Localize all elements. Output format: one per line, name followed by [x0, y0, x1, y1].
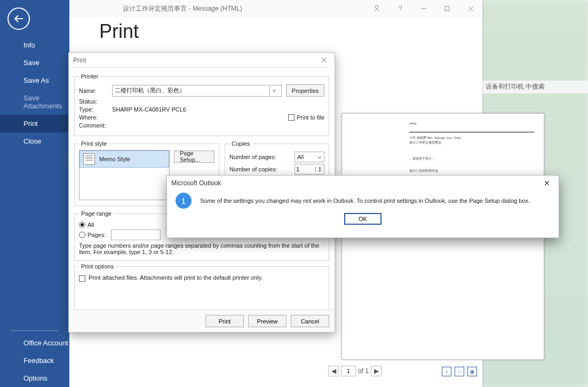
dialog-title: Print [73, 57, 86, 64]
sidebar-item-options[interactable]: Options [0, 369, 69, 387]
range-pages-label: Pages: [88, 232, 106, 238]
preview-line: yang [409, 121, 534, 125]
sidebar-item-feedback[interactable]: Feedback [0, 352, 69, 369]
range-pages-input[interactable] [111, 230, 161, 240]
dialog-close-icon[interactable] [317, 54, 330, 66]
messagebox-text: Some of the settings you changed may not… [200, 198, 530, 204]
sidebar-item-print[interactable]: Print [0, 115, 69, 132]
one-page-icon[interactable]: □ [455, 367, 464, 376]
page-range-legend: Page range [79, 210, 114, 217]
dialog-footer: Print Preview Cancel [69, 310, 335, 332]
actual-size-icon[interactable]: 1 [442, 367, 451, 376]
print-options-legend: Print options [79, 263, 116, 270]
type-label: Type: [79, 106, 112, 113]
memo-style-icon [83, 153, 95, 165]
cancel-button[interactable]: Cancel [291, 315, 329, 327]
messagebox-close-icon[interactable]: ✕ [539, 177, 554, 189]
multi-page-icon[interactable]: ▦ [467, 367, 477, 376]
page-setup-button[interactable]: Page Setup... [174, 151, 214, 163]
printer-group: Printer Name: 二楼打印机（黑白、彩色） Properties St… [74, 73, 329, 136]
print-button[interactable]: Print [205, 315, 244, 327]
num-copies-spinner[interactable]: ▲▼ [295, 164, 324, 175]
ok-button[interactable]: OK [344, 213, 382, 225]
backstage-sidebar: Info Save Save As Save Attachments Print… [0, 0, 69, 387]
back-button[interactable] [7, 7, 30, 30]
svg-rect-2 [445, 6, 449, 11]
print-to-file-checkbox[interactable] [288, 114, 295, 121]
preview-line: 设计工作的时间节点 [409, 169, 534, 173]
sidebar-item-save-as[interactable]: Save As [0, 72, 69, 89]
num-pages-value: All [297, 154, 304, 160]
preview-line: 小司 姐姐面 Mei, George; Luo, Vicky [409, 136, 534, 140]
sidebar-item-save-attachments[interactable]: Save Attachments [0, 89, 69, 115]
copies-legend: Copies [229, 140, 252, 147]
name-label: Name: [79, 88, 112, 94]
messagebox-title-bar: Microsoft Outlook ✕ [167, 176, 559, 191]
num-copies-input[interactable] [295, 166, 315, 172]
num-copies-label: Number of copies: [229, 166, 295, 172]
print-to-file-label: Print to file [297, 114, 324, 121]
print-options-group: Print options Print attached files. Atta… [74, 263, 329, 313]
minimize-icon[interactable] [412, 0, 435, 17]
title-bar: 设计工作评定规范事宜 - Message (HTML) ? [0, 0, 482, 17]
preview-button[interactable]: Preview [248, 315, 287, 327]
print-attached-checkbox[interactable] [79, 275, 85, 282]
printer-legend: Printer [79, 73, 100, 80]
style-memo[interactable]: Memo Style [80, 151, 169, 168]
next-page-button[interactable]: ▶ [371, 366, 382, 376]
prev-page-button[interactable]: ◀ [328, 366, 339, 376]
sidebar-item-save[interactable]: Save [0, 54, 69, 72]
range-pages-radio[interactable] [79, 232, 85, 238]
style-memo-label: Memo Style [99, 156, 130, 162]
sidebar-item-close[interactable]: Close [0, 132, 69, 150]
info-icon: i [176, 193, 192, 209]
maximize-icon[interactable] [435, 0, 459, 17]
preview-view-switch: 1 □ ▦ [442, 367, 477, 376]
preview-line: 。请按照下执行： [409, 156, 534, 161]
help-icon[interactable]: ? [388, 0, 412, 17]
sidebar-item-account[interactable]: Office Account [0, 334, 69, 352]
range-all-label: All [88, 222, 94, 228]
sidebar-item-info[interactable]: Info [0, 36, 69, 54]
print-style-legend: Print style [79, 140, 109, 147]
range-hint: Type page numbers and/or page ranges sep… [79, 242, 324, 255]
type-value: SHARP MX-C4081RV PCL6 [112, 106, 186, 113]
spin-down-icon[interactable]: ▼ [316, 169, 324, 172]
properties-button[interactable]: Properties [286, 84, 324, 97]
chevron-down-icon [317, 154, 322, 160]
comment-label: Comment: [79, 122, 112, 129]
current-page-input[interactable] [341, 366, 356, 376]
close-icon[interactable] [459, 0, 482, 17]
ribbon-options-icon[interactable] [365, 0, 388, 17]
where-label: Where: [79, 114, 112, 121]
preview-nav: ◀ of 1 ▶ [328, 366, 382, 376]
page-title: Print [99, 20, 482, 43]
print-attached-label: Print attached files. Attachments will p… [89, 274, 263, 281]
range-all-radio[interactable] [79, 222, 85, 228]
preview-line: 设计工作评定规范事宜 [409, 140, 534, 145]
printer-name-select[interactable]: 二楼打印机（黑白、彩色） [112, 85, 282, 97]
page-count-label: of 1 [358, 367, 369, 375]
dialog-title-bar: Print [69, 53, 335, 68]
printer-name-value: 二楼打印机（黑白、彩色） [115, 86, 185, 94]
messagebox: Microsoft Outlook ✕ i Some of the settin… [166, 175, 559, 238]
num-pages-label: Number of pages: [229, 154, 295, 160]
sidebar-separator [11, 330, 59, 331]
status-label: Status: [79, 98, 112, 105]
svg-point-0 [375, 5, 378, 9]
external-search-hint: 设备和打印机 中搜索 [482, 81, 588, 93]
style-list[interactable]: Memo Style [79, 150, 170, 200]
chevron-down-icon [269, 86, 279, 96]
num-pages-select[interactable]: All [295, 152, 324, 162]
messagebox-title: Microsoft Outlook [171, 179, 221, 187]
